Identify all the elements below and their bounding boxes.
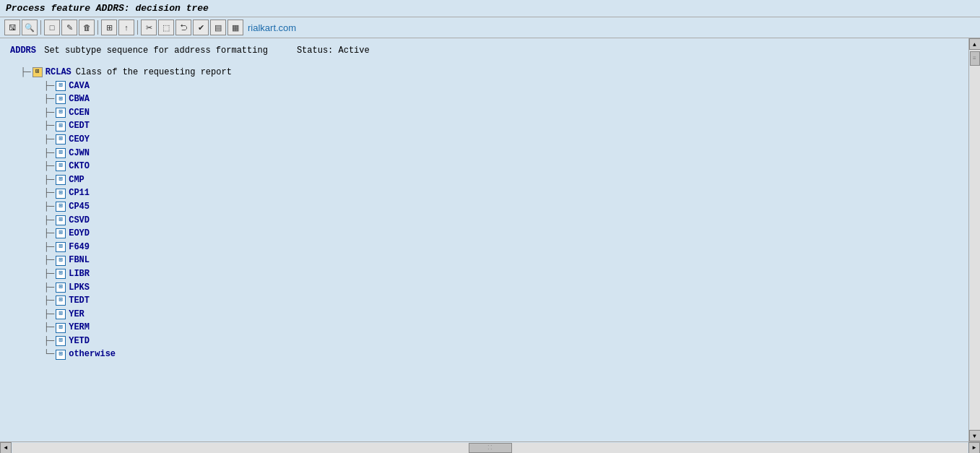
node-icon-eoyd: ⊞ — [56, 228, 66, 238]
bottom-scroll-track[interactable]: ⁚⁚ — [12, 443, 968, 453]
tree-branch: ├─ — [23, 106, 54, 120]
node-key-fbnl: FBNL — [69, 254, 90, 267]
tree-branch: ├─ — [23, 200, 54, 214]
tree-branch: ├─ — [23, 335, 54, 348]
tree-branch: ├─ — [23, 133, 54, 147]
tree-row-libr[interactable]: ├─ ⊞ LIBR — [23, 267, 958, 281]
node-icon-yerm: ⊞ — [56, 323, 66, 333]
bottom-scroll-thumb[interactable]: ⁚⁚ — [469, 443, 512, 453]
toolbar-paste-btn[interactable]: ⬚ — [158, 20, 174, 35]
main-area: ADDRS Set subtype sequence for address f… — [0, 38, 980, 441]
toolbar-undo-btn[interactable]: ⮌ — [175, 20, 191, 35]
content-area[interactable]: ADDRS Set subtype sequence for address f… — [0, 38, 968, 441]
node-key-ccen: CCEN — [69, 106, 90, 120]
scroll-down-arrow[interactable]: ▼ — [969, 430, 981, 441]
scroll-left-arrow[interactable]: ◄ — [0, 442, 12, 454]
tree-branch: ├─ — [23, 267, 54, 281]
node-key-f649: F649 — [69, 241, 90, 254]
node-key-cedt: CEDT — [69, 119, 90, 133]
node-key-cp11: CP11 — [69, 186, 90, 200]
node-key-cjwn: CJWN — [69, 147, 90, 160]
tree-row-cjwn[interactable]: ├─ ⊞ CJWN — [23, 147, 958, 160]
node-icon-yetd: ⊞ — [56, 336, 66, 346]
decision-tree: ├─ ⊞ RCLAS Class of the requesting repor… — [10, 66, 958, 361]
node-icon-cedt: ⊞ — [56, 121, 66, 131]
bottom-scrollbar[interactable]: ◄ ⁚⁚ ► — [0, 441, 980, 453]
tree-branch: ├─ — [23, 254, 54, 267]
node-icon-ckto: ⊞ — [56, 161, 66, 171]
node-key-csvd: CSVD — [69, 214, 90, 228]
tree-row-yetd[interactable]: ├─ ⊞ YETD — [23, 335, 958, 348]
node-icon-lpks: ⊞ — [56, 282, 66, 293]
tree-row-cedt[interactable]: ├─ ⊞ CEDT — [23, 119, 958, 133]
feature-desc: Set subtype sequence for address formatt… — [44, 46, 268, 56]
tree-row-cmp[interactable]: ├─ ⊞ CMP — [23, 173, 958, 187]
tree-row-lpks[interactable]: ├─ ⊞ LPKS — [23, 281, 958, 295]
tree-nodes: ├─ ⊞ CAVA ├─ ⊞ CBWA ├─ ⊞ CCEN ├─ ⊞ CEDT … — [10, 79, 958, 361]
tree-row-tedt[interactable]: ├─ ⊞ TEDT — [23, 294, 958, 308]
header-feature: ADDRS Set subtype sequence for address f… — [10, 46, 268, 56]
scroll-grip-icon: ≡ — [973, 55, 976, 61]
tree-row-cp11[interactable]: ├─ ⊞ CP11 — [23, 186, 958, 200]
tree-row-ckto[interactable]: ├─ ⊞ CKTO — [23, 160, 958, 173]
tree-row-eoyd[interactable]: ├─ ⊞ EOYD — [23, 227, 958, 241]
tree-row-cp45[interactable]: ├─ ⊞ CP45 — [23, 200, 958, 214]
tree-row-cbwa[interactable]: ├─ ⊞ CBWA — [23, 92, 958, 106]
right-scrollbar[interactable]: ▲ ≡ ▼ — [968, 38, 980, 441]
toolbar-copy-btn[interactable]: ⊞ — [101, 20, 117, 35]
toolbar-edit-btn[interactable]: ✎ — [61, 20, 77, 35]
toolbar-new-btn[interactable]: □ — [44, 20, 60, 35]
toolbar-cut-btn[interactable]: ✂ — [141, 20, 157, 35]
node-icon-csvd: ⊞ — [56, 215, 66, 225]
scroll-right-arrow[interactable]: ► — [968, 442, 980, 454]
toolbar-check-btn[interactable]: ✔ — [193, 20, 209, 35]
scroll-track[interactable]: ≡ — [970, 50, 980, 430]
tree-branch: └─ — [23, 348, 54, 361]
tree-row-f649[interactable]: ├─ ⊞ F649 — [23, 241, 958, 254]
node-icon-tedt: ⊞ — [56, 295, 66, 306]
scroll-up-arrow[interactable]: ▲ — [969, 38, 981, 50]
node-icon-cbwa: ⊞ — [56, 94, 66, 104]
toolbar-save-btn[interactable]: 🖫 — [4, 20, 20, 35]
tree-row-ceoy[interactable]: ├─ ⊞ CEOY — [23, 133, 958, 147]
node-key-yetd: YETD — [69, 335, 90, 348]
node-icon-cp45: ⊞ — [56, 202, 66, 212]
title-bar: Process feature ADDRS: decision tree — [0, 0, 980, 17]
toolbar-more2-btn[interactable]: ▦ — [227, 20, 243, 35]
tree-row-csvd[interactable]: ├─ ⊞ CSVD — [23, 214, 958, 228]
tree-branch-rclas: ├─ — [10, 66, 31, 79]
tree-branch: ├─ — [23, 321, 54, 335]
node-key-cmp: CMP — [69, 173, 84, 187]
tree-branch: ├─ — [23, 281, 54, 295]
tree-branch: ├─ — [23, 79, 54, 93]
node-key-ckto: CKTO — [69, 160, 90, 173]
tree-row-otherwise[interactable]: └─ ⊞ otherwise — [23, 348, 958, 361]
tree-row-fbnl[interactable]: ├─ ⊞ FBNL — [23, 254, 958, 267]
tree-branch: ├─ — [23, 294, 54, 308]
node-icon-f649: ⊞ — [56, 242, 66, 252]
tree-row-ccen[interactable]: ├─ ⊞ CCEN — [23, 106, 958, 120]
toolbar-sep-1 — [40, 20, 41, 35]
node-key-cbwa: CBWA — [69, 92, 90, 106]
toolbar-more1-btn[interactable]: ▤ — [210, 20, 226, 35]
tree-row-yerm[interactable]: ├─ ⊞ YERM — [23, 321, 958, 335]
toolbar-find-btn[interactable]: 🔍 — [22, 20, 38, 35]
tree-row-rclas[interactable]: ├─ ⊞ RCLAS Class of the requesting repor… — [10, 66, 958, 79]
node-icon-libr: ⊞ — [56, 269, 66, 279]
toolbar: 🖫 🔍 □ ✎ 🗑 ⊞ ↑ ✂ ⬚ ⮌ ✔ ▤ ▦ rialkart.com — [0, 17, 980, 38]
toolbar-sep-2 — [97, 20, 98, 35]
title-text: Process feature ADDRS: decision tree — [6, 3, 209, 14]
toolbar-delete-btn[interactable]: 🗑 — [79, 20, 95, 35]
node-icon-ceoy: ⊞ — [56, 134, 66, 144]
node-key-cp45: CP45 — [69, 200, 90, 214]
tree-branch: ├─ — [23, 308, 54, 322]
scroll-thumb[interactable]: ≡ — [970, 51, 980, 66]
tree-row-cava[interactable]: ├─ ⊞ CAVA — [23, 79, 958, 93]
header-line: ADDRS Set subtype sequence for address f… — [10, 46, 958, 56]
tree-branch: ├─ — [23, 186, 54, 200]
tree-branch: ├─ — [23, 147, 54, 160]
status-line: Status: Active — [297, 46, 370, 56]
tree-row-yer[interactable]: ├─ ⊞ YER — [23, 308, 958, 322]
toolbar-up-btn[interactable]: ↑ — [118, 20, 134, 35]
rclas-desc: Class of the requesting report — [76, 66, 232, 79]
